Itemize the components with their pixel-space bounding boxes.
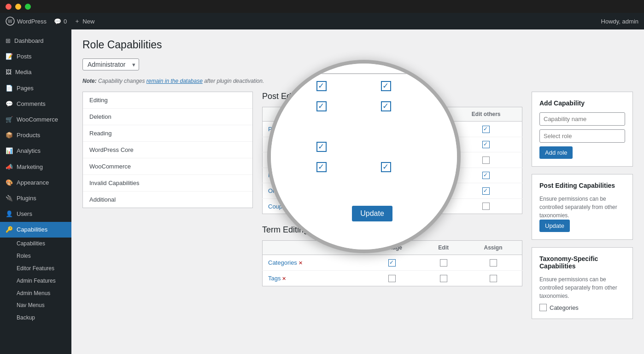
update-button[interactable]: Update: [539, 220, 570, 232]
note-link[interactable]: remain in the database: [146, 78, 203, 84]
checkbox-edit[interactable]: [377, 203, 384, 210]
posts-icon: 📝: [6, 52, 13, 61]
sidebar-item-posts[interactable]: 📝 Posts: [0, 49, 71, 64]
category-reading[interactable]: Reading: [83, 125, 252, 142]
sidebar-item-users[interactable]: 👤 Users: [0, 206, 71, 222]
cap-link[interactable]: Posts: [268, 126, 283, 133]
sidebar-item-dashboard[interactable]: ⊞ Dashboard: [0, 33, 71, 49]
submenu-admin-features[interactable]: Admin Features: [13, 275, 71, 287]
post-editing-table: Edit Create Edit others Posts✕: [262, 107, 522, 214]
table-row: Categories✕: [263, 255, 522, 271]
remove-icon[interactable]: ✕: [287, 142, 291, 147]
checkbox-create[interactable]: [421, 187, 428, 195]
sidebar-item-comments[interactable]: 💬 Comments: [0, 96, 71, 112]
checkbox-edit-others[interactable]: [482, 187, 490, 195]
checkbox-edit-others[interactable]: [482, 157, 490, 164]
submenu-label: Admin Menus: [17, 290, 50, 297]
checkbox-edit[interactable]: [440, 275, 447, 282]
submenu-label: Backup: [17, 314, 35, 322]
submenu-editor-features[interactable]: Editor Features: [13, 262, 71, 275]
minimize-button[interactable]: [15, 4, 21, 10]
remove-icon[interactable]: ✕: [282, 276, 286, 281]
table-row: Tags✕: [263, 270, 522, 286]
capability-name-input[interactable]: [539, 112, 625, 126]
col-header-edit: Edit: [361, 107, 400, 122]
cap-link[interactable]: Products: [268, 172, 292, 179]
sidebar-item-woocommerce[interactable]: 🛒 WooCommerce: [0, 112, 71, 128]
sidebar-item-plugins[interactable]: 🔌 Plugins: [0, 191, 71, 206]
submenu-nav-menus[interactable]: Nav Menus: [13, 299, 71, 312]
checkbox-assign[interactable]: [490, 275, 497, 282]
checkbox-edit[interactable]: [377, 141, 384, 148]
checkbox-edit[interactable]: [377, 187, 384, 195]
cap-link[interactable]: Categories: [268, 259, 297, 266]
sidebar-item-pages[interactable]: 📄 Pages: [0, 81, 71, 96]
comments-item[interactable]: 💬 0: [54, 18, 67, 25]
note-suffix: after plugin deactivation.: [204, 78, 264, 84]
plus-icon: ＋: [74, 17, 80, 25]
checkbox-create[interactable]: [421, 157, 428, 164]
submenu-capabilities[interactable]: Capabilities: [13, 238, 71, 250]
products-icon: 📦: [6, 131, 13, 139]
checkbox-edit[interactable]: [440, 259, 447, 267]
remove-icon[interactable]: ✕: [285, 127, 289, 132]
cap-link[interactable]: Media: [268, 157, 284, 163]
checkbox-edit-others[interactable]: [482, 126, 490, 133]
maximize-button[interactable]: [25, 4, 31, 10]
remove-icon[interactable]: ✕: [293, 173, 297, 178]
submenu-label: Nav Menus: [17, 302, 45, 309]
category-editing[interactable]: Editing: [83, 92, 252, 109]
taxonomy-checkbox[interactable]: [539, 304, 547, 311]
new-item[interactable]: ＋ New: [74, 17, 94, 25]
sidebar-item-marketing[interactable]: 📣 Marketing: [0, 159, 71, 175]
checkbox-manage[interactable]: [388, 259, 396, 267]
howdy-item[interactable]: Howdy, admin: [601, 18, 638, 25]
checkbox-edit-others[interactable]: [482, 203, 490, 210]
checkbox-create[interactable]: [421, 126, 428, 133]
submenu-admin-menus[interactable]: Admin Menus: [13, 287, 71, 300]
category-additional[interactable]: Additional: [83, 192, 252, 208]
role-name-input[interactable]: [539, 129, 625, 143]
checkbox-edit[interactable]: [377, 172, 384, 179]
sidebar-item-appearance[interactable]: 🎨 Appearance: [0, 175, 71, 191]
checkbox-create[interactable]: [421, 141, 428, 148]
sidebar-item-products[interactable]: 📦 Products: [0, 128, 71, 143]
cap-link[interactable]: Orders: [268, 187, 287, 194]
checkbox-create[interactable]: [421, 172, 428, 179]
sidebar-item-media[interactable]: 🖼 Media: [0, 64, 71, 80]
close-button[interactable]: [6, 4, 12, 10]
category-deletion[interactable]: Deletion: [83, 109, 252, 125]
remove-icon[interactable]: ✕: [286, 157, 290, 163]
category-wordpress-core[interactable]: WordPress Core: [83, 142, 252, 158]
category-invalid[interactable]: Invalid Capabilities: [83, 175, 252, 192]
sidebar-item-capabilities[interactable]: 🔑 Capabilities: [0, 222, 71, 238]
add-role-button[interactable]: Add role: [539, 146, 573, 159]
category-woocommerce[interactable]: WooCommerce: [83, 158, 252, 175]
checkbox-edit-others[interactable]: [482, 141, 490, 148]
checkbox-create[interactable]: [421, 203, 428, 210]
cap-link[interactable]: Coupons: [268, 203, 292, 210]
table-row: Orders✕: [263, 183, 522, 199]
role-select-wrapper[interactable]: Administrator Editor Author Contributor …: [82, 58, 139, 70]
checkbox-edit-others[interactable]: [482, 172, 490, 179]
role-select[interactable]: Administrator Editor Author Contributor …: [82, 58, 139, 70]
sidebar-item-analytics[interactable]: 📊 Analytics: [0, 143, 71, 159]
cap-link[interactable]: Pages: [268, 141, 285, 148]
description-title: Post Editing Capabilities: [539, 182, 625, 189]
submenu-roles[interactable]: Roles: [13, 250, 71, 262]
checkbox-edit[interactable]: [377, 157, 384, 164]
wp-logo-item[interactable]: W WordPress: [6, 17, 47, 26]
checkbox-assign[interactable]: [490, 259, 497, 267]
remove-icon[interactable]: ✕: [288, 188, 292, 194]
side-panel: Add Capability Add role Post Editing Cap…: [532, 92, 633, 319]
submenu-backup[interactable]: Backup: [13, 312, 71, 324]
remove-icon[interactable]: ✕: [293, 204, 298, 209]
col-header-create: Create: [399, 107, 450, 122]
col-header-manage: Manage: [361, 241, 423, 255]
remove-icon[interactable]: ✕: [299, 260, 303, 266]
term-editing-title: Term Editing Capabilities: [262, 225, 522, 235]
checkbox-manage[interactable]: [388, 275, 396, 282]
table-row: Pages✕: [263, 137, 522, 152]
checkbox-edit[interactable]: [377, 126, 384, 133]
cap-link[interactable]: Tags: [268, 275, 281, 282]
